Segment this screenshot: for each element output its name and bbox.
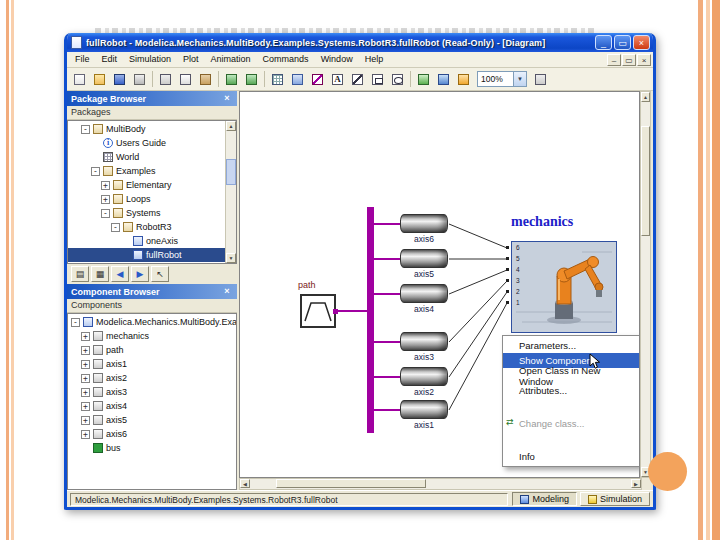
component-browser-header[interactable]: Component Browser × <box>67 284 237 299</box>
diagram-canvas[interactable]: path axis6axis5axis4axis3axis2axis1 <box>239 91 640 478</box>
component-tree[interactable]: -Modelica.Mechanics.MultiBody.Examples.S… <box>67 313 237 490</box>
back-icon[interactable]: ◀ <box>111 266 129 282</box>
tree-item[interactable]: -Modelica.Mechanics.MultiBody.Examples.S… <box>68 315 236 329</box>
component-icon[interactable] <box>288 70 307 89</box>
redo-icon[interactable] <box>242 70 261 89</box>
tree-item[interactable]: -Examples <box>68 164 236 178</box>
cut-icon[interactable] <box>156 70 175 89</box>
context-menu-item[interactable]: Parameters... <box>503 338 639 353</box>
scrollbar-thumb[interactable] <box>276 479 426 488</box>
zoom-combobox[interactable]: 100% ▼ <box>477 71 527 87</box>
context-menu-item[interactable]: Open Class in New Window <box>503 368 639 383</box>
expander-icon[interactable]: + <box>81 374 90 383</box>
expander-icon[interactable]: - <box>111 223 120 232</box>
axis-component[interactable]: axis5 <box>400 249 448 281</box>
axis-component[interactable]: axis3 <box>400 332 448 364</box>
component-view-icon[interactable]: ▤ <box>71 266 89 282</box>
zoom-fit-icon[interactable] <box>531 70 550 89</box>
axis-cylinder-icon[interactable] <box>400 284 448 303</box>
new-icon[interactable] <box>70 70 89 89</box>
titlebar[interactable]: fullRobot - Modelica.Mechanics.MultiBody… <box>67 33 653 52</box>
axis-cylinder-icon[interactable] <box>400 367 448 386</box>
menu-item[interactable]: Animation <box>205 52 257 67</box>
expander-icon[interactable]: + <box>101 181 110 190</box>
connect-icon[interactable] <box>308 70 327 89</box>
expander-icon[interactable]: + <box>101 195 110 204</box>
expander-icon[interactable]: + <box>81 416 90 425</box>
context-menu-item[interactable]: Change class... <box>503 416 639 431</box>
expander-icon[interactable]: + <box>81 360 90 369</box>
scroll-up-icon[interactable]: ▲ <box>226 121 236 131</box>
scroll-up-icon[interactable]: ▲ <box>641 92 650 102</box>
axis-cylinder-icon[interactable] <box>400 249 448 268</box>
path-component[interactable] <box>300 294 336 328</box>
grid-icon[interactable] <box>268 70 287 89</box>
axis-component[interactable]: axis2 <box>400 367 448 399</box>
tree-item[interactable]: -MultiBody <box>68 122 236 136</box>
menu-item[interactable]: File <box>69 52 96 67</box>
menu-item[interactable]: Help <box>359 52 390 67</box>
restore-button[interactable]: ▭ <box>614 35 631 50</box>
expander-icon[interactable]: - <box>91 167 100 176</box>
context-menu-item[interactable]: Info <box>503 449 639 464</box>
copy-icon[interactable] <box>176 70 195 89</box>
mechanics-component[interactable] <box>511 241 617 333</box>
expander-icon[interactable]: + <box>81 402 90 411</box>
tree-item[interactable]: +axis6 <box>68 427 236 441</box>
mdi-restore-button[interactable]: ▭ <box>622 54 636 66</box>
close-button[interactable]: × <box>633 35 650 50</box>
tree-item[interactable]: bus <box>68 441 236 455</box>
tree-item[interactable]: +axis5 <box>68 413 236 427</box>
tree-item[interactable]: +path <box>68 343 236 357</box>
package-tree[interactable]: -MultiBodyUsers GuideWorld-Examples+Elem… <box>67 120 237 264</box>
expander-icon[interactable]: - <box>71 318 80 327</box>
expander-icon[interactable]: + <box>81 346 90 355</box>
close-icon[interactable]: × <box>221 285 233 298</box>
tree-item[interactable]: +axis3 <box>68 385 236 399</box>
minimize-button[interactable]: _ <box>595 35 612 50</box>
open-icon[interactable] <box>90 70 109 89</box>
tree-item[interactable]: -RobotR3 <box>68 220 236 234</box>
axis-cylinder-icon[interactable] <box>400 400 448 419</box>
ellipse-icon[interactable] <box>388 70 407 89</box>
expander-icon[interactable]: + <box>81 332 90 341</box>
tree-item[interactable]: Users Guide <box>68 136 236 150</box>
expander-icon[interactable]: - <box>101 209 110 218</box>
modeling-button[interactable]: Modeling <box>512 492 577 506</box>
expander-icon[interactable]: + <box>81 430 90 439</box>
text-icon[interactable] <box>328 70 347 89</box>
undo-icon[interactable] <box>222 70 241 89</box>
mdi-minimize-button[interactable]: – <box>607 54 621 66</box>
tree-item[interactable]: -Systems <box>68 206 236 220</box>
tree-item[interactable]: fullRobot <box>68 248 236 262</box>
bus-bar[interactable] <box>367 207 374 433</box>
expander-icon[interactable]: - <box>81 125 90 134</box>
save-icon[interactable] <box>110 70 129 89</box>
tree-item[interactable]: oneAxis <box>68 234 236 248</box>
check-model-icon[interactable] <box>414 70 433 89</box>
close-icon[interactable]: × <box>221 92 233 105</box>
pointer-icon[interactable]: ↖ <box>151 266 169 282</box>
package-tree-scrollbar[interactable]: ▲ ▼ <box>225 121 236 263</box>
package-browser-header[interactable]: Package Browser × <box>67 91 237 106</box>
tree-item[interactable]: +axis1 <box>68 357 236 371</box>
diagram-view-icon[interactable]: ▦ <box>91 266 109 282</box>
simulation-button[interactable]: Simulation <box>580 492 650 506</box>
menu-item[interactable]: Simulation <box>123 52 177 67</box>
print-icon[interactable] <box>130 70 149 89</box>
tree-item[interactable]: +Elementary <box>68 178 236 192</box>
rectangle-icon[interactable] <box>368 70 387 89</box>
tree-item[interactable]: +Loops <box>68 192 236 206</box>
scrollbar-thumb[interactable] <box>226 159 236 185</box>
tree-item[interactable]: +mechanics <box>68 329 236 343</box>
axis-cylinder-icon[interactable] <box>400 214 448 233</box>
menu-item[interactable]: Commands <box>257 52 315 67</box>
tree-item[interactable]: +axis4 <box>68 399 236 413</box>
menu-item[interactable]: Edit <box>96 52 124 67</box>
scroll-right-icon[interactable]: ▶ <box>631 479 641 488</box>
horizontal-scrollbar[interactable]: ◀ ▶ <box>239 478 642 490</box>
axis-component[interactable]: axis1 <box>400 400 448 432</box>
scroll-left-icon[interactable]: ◀ <box>240 479 250 488</box>
vertical-scrollbar[interactable]: ▲ ▼ <box>640 91 651 478</box>
forward-icon[interactable]: ▶ <box>131 266 149 282</box>
